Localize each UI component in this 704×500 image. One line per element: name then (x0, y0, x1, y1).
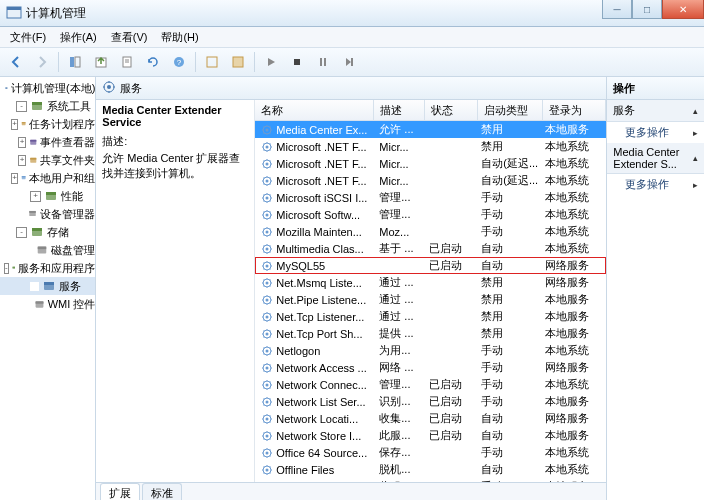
svg-rect-29 (46, 192, 56, 195)
action-group-header[interactable]: Media Center Extender S...▴ (607, 143, 704, 174)
minimize-button[interactable]: ─ (602, 0, 632, 19)
service-name-cell: MySQL55 (255, 259, 373, 273)
service-name-cell: Network List Ser... (255, 395, 373, 409)
tree-pane[interactable]: 计算机管理(本地)-系统工具+任务计划程序+事件查看器+共享文件夹+本地用户和组… (0, 77, 96, 500)
service-name-cell: Multimedia Clas... (255, 242, 373, 256)
service-row[interactable]: Network List Ser...识别...已启动手动本地服务 (255, 393, 606, 410)
tree-node-磁盘管理[interactable]: 磁盘管理 (0, 241, 95, 259)
service-row[interactable]: Office 64 Source...保存...手动本地系统 (255, 444, 606, 461)
action-item[interactable]: 更多操作▸ (607, 122, 704, 143)
back-button[interactable] (4, 50, 28, 74)
service-row[interactable]: Microsoft Softw...管理...手动本地系统 (255, 206, 606, 223)
event-icon (29, 135, 38, 149)
menu-0[interactable]: 文件(F) (4, 28, 52, 47)
column-status[interactable]: 状态 (425, 100, 478, 120)
tree-node-服务[interactable]: 服务 (0, 277, 95, 295)
tree-toggle[interactable]: + (11, 173, 18, 184)
svg-point-73 (266, 366, 269, 369)
menu-1[interactable]: 操作(A) (54, 28, 103, 47)
tree-node-计算机管理(本地)[interactable]: 计算机管理(本地) (0, 79, 95, 97)
forward-button[interactable] (30, 50, 54, 74)
tb-btn-1[interactable] (200, 50, 224, 74)
service-start-cell: 自动(延迟... (475, 155, 539, 172)
restart-service-button[interactable] (337, 50, 361, 74)
tab-标准[interactable]: 标准 (142, 483, 182, 500)
service-row[interactable]: Network Store I...此服...已启动自动本地服务 (255, 427, 606, 444)
tree-toggle[interactable]: + (11, 119, 18, 130)
tree-toggle[interactable]: + (30, 191, 41, 202)
svg-point-47 (266, 145, 269, 148)
show-hide-button[interactable] (63, 50, 87, 74)
service-row[interactable]: Multimedia Clas...基于 ...已启动自动本地系统 (255, 240, 606, 257)
action-group-header[interactable]: 服务▴ (607, 100, 704, 122)
tree-label: 服务 (59, 279, 81, 294)
column-logon[interactable]: 登录为 (543, 100, 606, 120)
tree-node-设备管理器[interactable]: 设备管理器 (0, 205, 95, 223)
menu-2[interactable]: 查看(V) (105, 28, 154, 47)
service-row[interactable]: Net.Pipe Listene...通过 ...禁用本地服务 (255, 291, 606, 308)
menu-3[interactable]: 帮助(H) (155, 28, 204, 47)
tree-node-WMI 控件[interactable]: WMI 控件 (0, 295, 95, 313)
service-row[interactable]: Microsoft .NET F...Micr...自动(延迟...本地系统 (255, 155, 606, 172)
tree-node-共享文件夹[interactable]: +共享文件夹 (0, 151, 95, 169)
column-name[interactable]: 名称 (255, 100, 374, 120)
tree-toggle[interactable]: - (16, 227, 27, 238)
toolbar: ? (0, 48, 704, 77)
service-desc-cell: 收集... (373, 410, 423, 427)
tree-node-事件查看器[interactable]: +事件查看器 (0, 133, 95, 151)
service-row[interactable]: Microsoft .NET F...Micr...禁用本地系统 (255, 138, 606, 155)
properties-button[interactable] (115, 50, 139, 74)
service-start-cell: 禁用 (475, 121, 539, 138)
tab-扩展[interactable]: 扩展 (100, 483, 140, 500)
service-name-cell: Microsoft .NET F... (255, 174, 373, 188)
service-row[interactable]: Media Center Ex...允许 ...禁用本地服务 (255, 121, 606, 138)
service-row[interactable]: Offline Files脱机...自动本地系统 (255, 461, 606, 478)
close-button[interactable]: ✕ (662, 0, 704, 19)
service-status-cell: 已启动 (423, 427, 475, 444)
service-name-cell: Netlogon (255, 344, 373, 358)
tree-node-任务计划程序[interactable]: +任务计划程序 (0, 115, 95, 133)
service-logon-cell: 本地服务 (539, 427, 601, 444)
action-item[interactable]: 更多操作▸ (607, 174, 704, 195)
service-row[interactable]: Microsoft .NET F...Micr...自动(延迟...本地系统 (255, 172, 606, 189)
tree-toggle[interactable]: + (18, 155, 25, 166)
tb-btn-2[interactable] (226, 50, 250, 74)
tree-node-存储[interactable]: -存储 (0, 223, 95, 241)
tree-node-系统工具[interactable]: -系统工具 (0, 97, 95, 115)
service-start-cell: 自动 (475, 461, 539, 478)
tree-label: WMI 控件 (48, 297, 96, 312)
export-button[interactable] (89, 50, 113, 74)
tree-node-性能[interactable]: +性能 (0, 187, 95, 205)
svg-point-57 (266, 230, 269, 233)
service-start-cell: 自动 (475, 240, 539, 257)
tree-toggle (0, 84, 2, 93)
service-logon-cell: 本地服务 (539, 393, 601, 410)
pause-service-button[interactable] (311, 50, 335, 74)
service-row[interactable]: Net.Tcp Listener...通过 ...禁用本地服务 (255, 308, 606, 325)
service-row[interactable]: Mozilla Mainten...Moz...手动本地系统 (255, 223, 606, 240)
stop-service-button[interactable] (285, 50, 309, 74)
column-desc[interactable]: 描述 (374, 100, 425, 120)
service-row[interactable]: Net.Tcp Port Sh...提供 ...禁用本地服务 (255, 325, 606, 342)
column-start[interactable]: 启动类型 (478, 100, 543, 120)
refresh-button[interactable] (141, 50, 165, 74)
tree-toggle[interactable]: + (18, 137, 25, 148)
tree-node-服务和应用程序[interactable]: -服务和应用程序 (0, 259, 95, 277)
svg-point-53 (266, 196, 269, 199)
tree-node-本地用户和组[interactable]: +本地用户和组 (0, 169, 95, 187)
start-service-button[interactable] (259, 50, 283, 74)
service-row[interactable]: Network Locati...收集...已启动自动网络服务 (255, 410, 606, 427)
service-row[interactable]: Netlogon为用...手动本地系统 (255, 342, 606, 359)
service-row[interactable]: Network Connec...管理...已启动手动本地系统 (255, 376, 606, 393)
service-row[interactable]: MySQL55已启动自动网络服务 (255, 257, 606, 274)
tree-label: 存储 (47, 225, 69, 240)
help-button[interactable]: ? (167, 50, 191, 74)
tree-toggle[interactable]: - (4, 263, 9, 274)
service-row[interactable]: Network Access ...网络 ...手动网络服务 (255, 359, 606, 376)
service-row[interactable]: Net.Msmq Liste...通过 ...禁用网络服务 (255, 274, 606, 291)
tree-toggle[interactable]: - (16, 101, 27, 112)
service-name-cell: Network Connec... (255, 378, 373, 392)
maximize-button[interactable]: □ (632, 0, 662, 19)
service-row[interactable]: Microsoft iSCSI I...管理...手动本地系统 (255, 189, 606, 206)
list-body[interactable]: Media Center Ex...允许 ...禁用本地服务Microsoft … (255, 121, 606, 482)
